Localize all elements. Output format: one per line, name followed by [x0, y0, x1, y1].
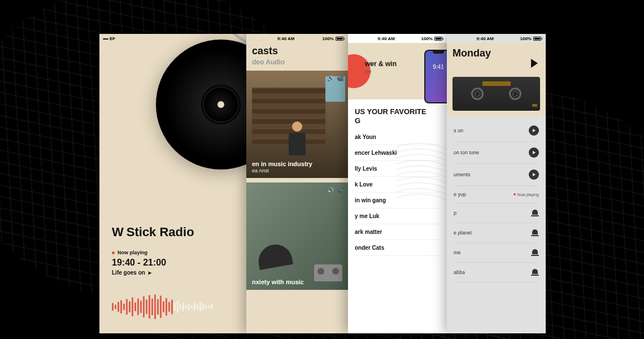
signal-dots: ••••• [103, 36, 108, 41]
volume-icon[interactable]: 🔊 [327, 187, 334, 193]
track-item[interactable]: on ton tone [454, 142, 539, 164]
play-icon[interactable] [529, 125, 539, 136]
cassette-label: 90 [532, 103, 537, 108]
waveform[interactable] [112, 293, 234, 321]
status-time: 9:40 AM [378, 36, 395, 41]
page-title: casts [252, 45, 342, 57]
song-item[interactable]: ak Youn [355, 129, 440, 145]
volume-icon[interactable]: 🔊 [327, 75, 334, 81]
song-item[interactable]: in win gang [355, 193, 440, 208]
track-item[interactable]: p [454, 203, 539, 223]
song-item[interactable]: lly Levis [355, 161, 440, 177]
track-text: uments [454, 172, 529, 177]
cassette-art: 90 [452, 77, 540, 111]
section-heading: US YOUR FAVORITEG [348, 99, 447, 129]
status-time: 9:40 AM [477, 36, 494, 41]
battery-icon [336, 37, 345, 41]
track-item[interactable]: uments [454, 164, 539, 186]
bell-icon[interactable] [531, 209, 539, 217]
battery-pct: 100% [421, 36, 433, 41]
vinyl-record [156, 40, 246, 169]
promo-title: wer & win [365, 60, 397, 68]
song-item[interactable]: ark matter [355, 224, 440, 240]
screen-radio: •••••EF WStick Radio Now playing 19:40 -… [99, 34, 246, 333]
promo-link[interactable]: ore [365, 69, 397, 74]
song-item[interactable]: encer Lehwaski [355, 145, 440, 161]
bell-icon[interactable] [531, 249, 539, 257]
track-row[interactable]: Life goes on➤ [112, 270, 234, 276]
track-text: me [454, 250, 531, 255]
screen-podcasts: 9:40 AM 100% casts deo Audio 🔊📹 en in mu… [246, 34, 348, 333]
carrier: EF [110, 36, 115, 41]
station-name: Stick Radio [127, 225, 194, 240]
screen-contest: 9:40 AM 100% wer & win ore 9:41 US YOUR … [348, 34, 447, 333]
card-title: nxiety with music [252, 279, 342, 285]
video-icon[interactable]: 📹 [337, 187, 343, 193]
status-bar: 9:40 AM 100% [246, 34, 348, 43]
track-text: e planet [454, 230, 531, 236]
share-icon[interactable]: ➤ [147, 270, 152, 276]
track-text: p [454, 210, 531, 216]
phone-time: 9:41 [425, 64, 447, 70]
now-playing-label: Now playing [112, 250, 234, 255]
track-text: abba [454, 270, 531, 275]
bell-icon[interactable] [531, 229, 539, 237]
battery-pct: 100% [520, 36, 532, 41]
play-icon[interactable] [529, 147, 539, 158]
card-subtitle: ea Anst [252, 168, 342, 173]
station-title: WStick Radio [112, 225, 234, 240]
screen-playlist: 9:40 AM 100% Monday 90 s onon ton toneum… [447, 34, 546, 333]
live-dot-icon [112, 251, 115, 254]
track-text: e yup [454, 192, 514, 197]
songs-list: ak Younencer Lehwaskilly Levisk Lovein w… [348, 129, 447, 256]
podcast-card[interactable]: 🔊📹 en in music industryea Anst [246, 71, 348, 178]
status-bar: 9:40 AM 100% [447, 34, 546, 43]
track-item[interactable]: e planet [454, 223, 539, 243]
bell-icon[interactable] [531, 268, 539, 276]
play-all-icon[interactable] [531, 59, 538, 68]
battery-icon [434, 37, 443, 41]
track-item[interactable]: e yupNow playing [454, 186, 539, 203]
track-text: on ton tone [454, 150, 529, 155]
song-item[interactable]: k Love [355, 177, 440, 193]
radio-icon: W [112, 225, 122, 240]
now-playing-badge: Now playing [514, 193, 539, 197]
status-bar: 9:40 AM 100% [348, 34, 447, 43]
playlist-title: Monday [452, 47, 540, 59]
phone-mockup: 9:41 [424, 50, 447, 103]
battery-pct: 100% [323, 36, 334, 41]
song-item[interactable]: onder Cats [355, 240, 440, 256]
screens-row: •••••EF WStick Radio Now playing 19:40 -… [99, 34, 546, 333]
time-range: 19:40 - 21:00 [112, 258, 234, 268]
track-item[interactable]: abba [454, 263, 539, 282]
play-icon[interactable] [529, 169, 539, 180]
track-name: Life goes on [112, 270, 145, 276]
video-icon[interactable]: 📹 [337, 75, 343, 81]
podcast-card[interactable]: 🔊📹 nxiety with music [246, 182, 348, 290]
tabs[interactable]: deo Audio [252, 58, 342, 66]
song-item[interactable]: y me Luk [355, 208, 440, 224]
track-item[interactable]: s on [454, 120, 539, 142]
status-time: 9:40 AM [277, 36, 294, 41]
track-item[interactable]: me [454, 243, 539, 263]
track-list: s onon ton toneumentse yupNow playingpe … [447, 116, 546, 286]
track-text: s on [454, 128, 529, 133]
card-title: en in music industry [252, 160, 342, 167]
battery-icon [533, 37, 542, 41]
